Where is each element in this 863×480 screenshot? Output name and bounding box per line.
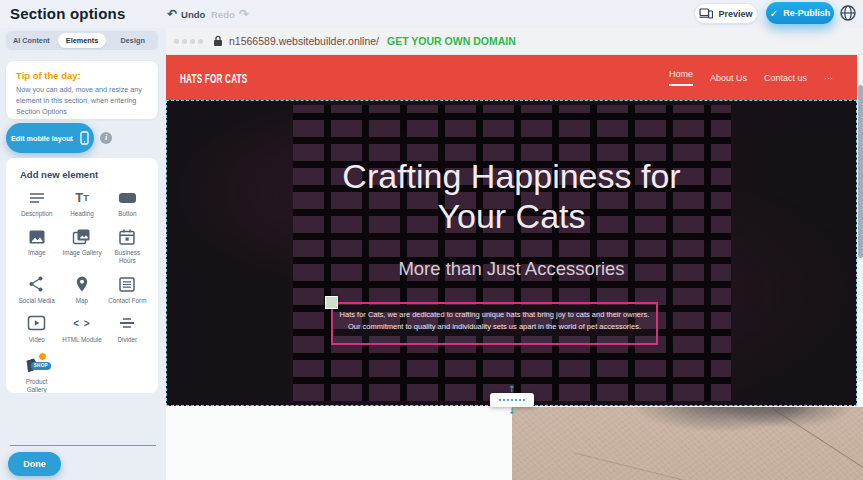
shop-badge: SHOP	[31, 362, 51, 370]
lock-icon	[213, 35, 223, 47]
element-item-business-hours[interactable]: Business Hours	[105, 227, 150, 265]
element-item-divider[interactable]: Divider	[105, 314, 150, 344]
element-item-product-gallery[interactable]: SHOP Product Gallery	[14, 353, 59, 393]
chrome-dot	[182, 39, 187, 44]
sidebar-divider	[10, 445, 156, 446]
done-button[interactable]: Done	[8, 452, 61, 476]
nav-more-ellipsis[interactable]: ···	[824, 73, 833, 83]
heading-icon: TT	[75, 188, 88, 207]
site-logo: HATS FOR CATS	[180, 71, 247, 85]
product-gallery-icon: SHOP	[23, 353, 51, 375]
globe-icon	[839, 4, 857, 22]
info-icon[interactable]: i	[100, 132, 112, 144]
tip-title: Tip of the day:	[16, 70, 148, 81]
down-arrow-icon: ↓	[490, 407, 534, 415]
section-options-sidebar: AI Content Elements Design Tip of the da…	[0, 28, 166, 480]
element-item-social-media[interactable]: Social Media	[14, 275, 59, 305]
tab-elements[interactable]: Elements	[58, 33, 107, 48]
edit-mobile-label: Edit mobile layout	[11, 134, 73, 143]
button-icon	[119, 188, 136, 207]
site-url: n1566589.websitebuilder.online/	[229, 35, 379, 47]
edit-mobile-layout-button[interactable]: Edit mobile layout	[6, 123, 94, 153]
tab-ai-content[interactable]: AI Content	[7, 33, 56, 48]
image-gallery-icon	[72, 227, 91, 246]
element-label: Description	[21, 210, 53, 218]
redo-icon: ↷	[239, 8, 249, 20]
chrome-dot	[190, 39, 195, 44]
tip-body: Now you can add, move and resize any ele…	[16, 85, 148, 117]
element-label: Video	[29, 336, 45, 344]
element-label: Image	[28, 249, 46, 257]
hero-section-editing[interactable]: Crafting Happiness for Your Cats More th…	[166, 100, 857, 406]
hero-heading-line2: Your Cats	[167, 196, 856, 236]
hero-subheading[interactable]: More than Just Accessories	[167, 258, 856, 280]
resize-grip[interactable]	[490, 393, 534, 407]
tile-seam-line	[574, 452, 739, 480]
nav-item-home[interactable]: Home	[669, 69, 693, 86]
element-grid: Description TT Heading Button Image	[14, 188, 150, 393]
republish-button[interactable]: ✓ Re-Publish	[766, 2, 834, 24]
redo-label: Redo	[211, 9, 235, 20]
chrome-dot	[174, 39, 179, 44]
tile-seam-line	[745, 407, 863, 480]
language-globe-button[interactable]	[839, 4, 857, 22]
element-label: Heading	[70, 210, 93, 218]
image-icon	[28, 227, 46, 246]
element-item-description[interactable]: Description	[14, 188, 59, 218]
top-bar: Section options ↶ Undo Redo ↷ Preview ✓ …	[0, 0, 863, 28]
element-item-contact-form[interactable]: Contact Form	[105, 275, 150, 305]
layout-grid-overlay	[293, 105, 731, 401]
republish-label: Re-Publish	[783, 8, 830, 18]
nav-item-about-us[interactable]: About Us	[710, 73, 747, 83]
element-item-html-module[interactable]: < > HTML Module	[59, 314, 104, 344]
get-domain-link[interactable]: GET YOUR OWN DOMAIN	[387, 35, 516, 47]
element-item-image[interactable]: Image	[14, 227, 59, 265]
app-window: Section options ↶ Undo Redo ↷ Preview ✓ …	[0, 0, 863, 480]
site-nav: Home About Us Contact us ···	[669, 55, 833, 100]
next-section-image	[512, 407, 863, 480]
element-item-map[interactable]: Map	[59, 275, 104, 305]
business-hours-icon	[118, 227, 136, 246]
chrome-dot	[198, 39, 203, 44]
page-title: Section options	[10, 5, 126, 22]
element-item-button[interactable]: Button	[105, 188, 150, 218]
description-icon	[28, 188, 46, 207]
sidebar-tab-bar: AI Content Elements Design	[6, 31, 158, 50]
element-label: Button	[118, 210, 136, 218]
element-item-image-gallery[interactable]: Image Gallery	[59, 227, 104, 265]
video-icon	[27, 314, 46, 333]
divider-icon	[118, 314, 136, 333]
element-item-heading[interactable]: TT Heading	[59, 188, 104, 218]
preview-scrollbar	[857, 55, 863, 381]
redo-button[interactable]: Redo ↷	[211, 0, 249, 28]
map-pin-icon	[75, 275, 89, 294]
undo-button[interactable]: ↶ Undo	[167, 0, 205, 28]
element-item-video[interactable]: Video	[14, 314, 59, 344]
social-media-icon	[28, 275, 45, 294]
tab-design[interactable]: Design	[108, 33, 157, 48]
scrollbar-thumb[interactable]	[858, 85, 863, 258]
check-icon: ✓	[770, 8, 778, 19]
preview-button[interactable]: Preview	[694, 3, 758, 24]
paragraph-line1: Hats for Cats, we are dedicated to craft…	[333, 309, 656, 321]
preview-label: Preview	[718, 9, 752, 19]
nav-item-contact-us[interactable]: Contact us	[764, 73, 807, 83]
devices-icon	[699, 8, 713, 19]
hero-heading[interactable]: Crafting Happiness for Your Cats	[167, 156, 856, 236]
up-arrow-icon: ↑	[490, 385, 534, 393]
selected-paragraph-element[interactable]: Hats for Cats, we are dedicated to craft…	[331, 302, 658, 345]
contact-form-icon	[118, 275, 136, 294]
element-drag-handle[interactable]	[325, 296, 338, 309]
add-new-element-panel: Add new element Description TT Heading B…	[6, 158, 158, 393]
element-label: Map	[76, 297, 88, 305]
element-label: Divider	[118, 336, 138, 344]
element-label: Image Gallery	[62, 249, 101, 257]
element-label: HTML Module	[62, 336, 101, 344]
next-section-blank-area	[166, 407, 512, 480]
element-label: Business Hours	[107, 249, 147, 265]
undo-label: Undo	[181, 9, 205, 20]
element-label: Product Gallery	[17, 378, 57, 393]
hero-heading-line1: Crafting Happiness for	[167, 156, 856, 196]
undo-icon: ↶	[167, 8, 177, 20]
section-resize-handle[interactable]: ↑ ↓	[490, 385, 534, 415]
